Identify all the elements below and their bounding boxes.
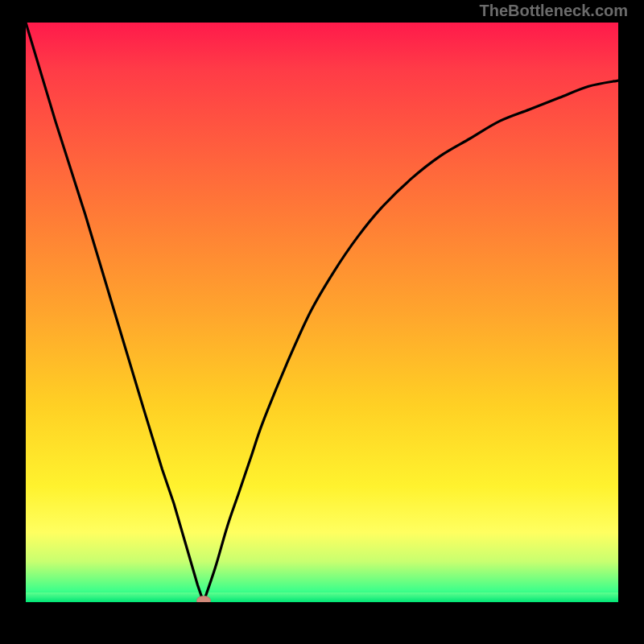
- plot-area: [26, 23, 618, 602]
- minimum-marker: [196, 596, 211, 602]
- bottleneck-curve: [26, 23, 618, 602]
- watermark-text: TheBottleneck.com: [480, 2, 628, 20]
- chart-frame: TheBottleneck.com: [0, 0, 644, 644]
- curve-path: [26, 23, 618, 602]
